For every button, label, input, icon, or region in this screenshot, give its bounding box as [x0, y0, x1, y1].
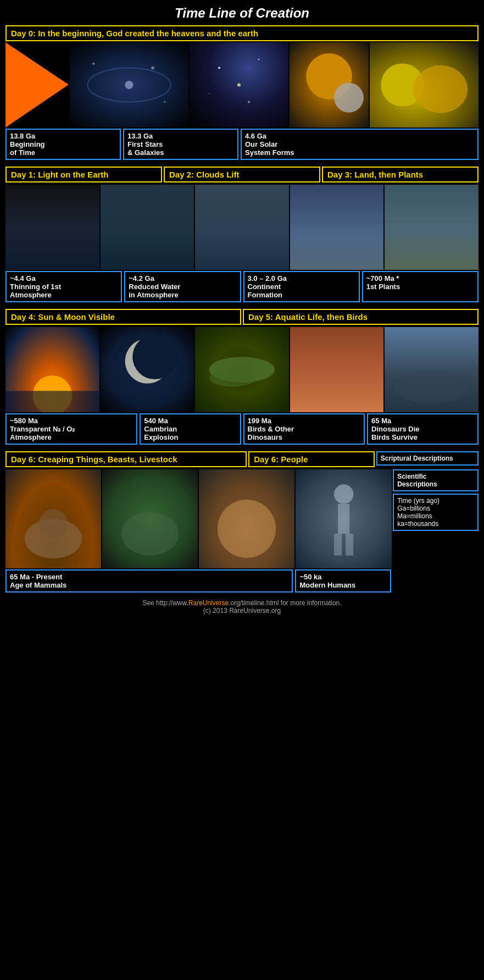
- section1-images: [5, 185, 479, 270]
- svg-rect-28: [334, 534, 342, 556]
- label-water-atm: ~4.2 Ga Reduced Waterin Atmosphere: [124, 271, 241, 302]
- day6a-banner: Day 6: Creaping Things, Beasts, Livestoc…: [5, 451, 247, 467]
- image-stars: [190, 42, 288, 128]
- side-right: ScientificDescriptions Time (yrs ago)Ga=…: [393, 469, 479, 568]
- section3-images-and-side: ScientificDescriptions Time (yrs ago)Ga=…: [5, 469, 479, 568]
- day0-banner: Day 0: In the beginning, God created the…: [5, 25, 479, 41]
- image-coast: [290, 185, 384, 270]
- svg-point-17: [132, 335, 177, 379]
- section-day45: Day 4: Sun & Moon Visible Day 5: Aquatic…: [5, 309, 479, 445]
- section0-labels: 13.8 Ga Beginningof Time 13.3 Ga First S…: [5, 129, 479, 160]
- footer-site: RareUniverse: [188, 599, 229, 607]
- image-bigbang: [5, 42, 69, 128]
- label-plants: ~700 Ma * 1st Plants: [362, 271, 479, 302]
- image-dinosaur: [290, 327, 384, 412]
- footer-copyright: (c) 2013 RareUniverse.org: [5, 607, 479, 614]
- page-title: Time Line of Creation: [5, 5, 479, 21]
- side-descriptions: Scriptural Descriptions: [376, 451, 479, 468]
- day123-banners: Day 1: Light on the Earth Day 2: Clouds …: [5, 167, 479, 184]
- label-mammals: 65 Ma - Present Age of Mammals: [5, 569, 293, 593]
- section3-left-labels: 65 Ma - Present Age of Mammals: [5, 569, 293, 593]
- section-day6: Day 6: Creaping Things, Beasts, Livestoc…: [5, 451, 479, 593]
- section2-images: [5, 327, 479, 412]
- image-shore: [385, 185, 479, 270]
- svg-rect-15: [5, 391, 99, 412]
- svg-point-19: [209, 370, 256, 387]
- section2-labels: ~580 Ma Transparent N₂ / O₂Atmosphere 54…: [5, 413, 479, 445]
- day6-banners-row: Day 6: Creaping Things, Beasts, Livestoc…: [5, 451, 479, 468]
- footer: See http://www.RareUniverse.org/timeline…: [5, 599, 479, 614]
- section3-right-labels: ~50 ka Modern Humans: [295, 569, 391, 593]
- svg-point-7: [258, 59, 260, 60]
- footer-link: See http://www.RareUniverse.org/timeline…: [5, 599, 479, 607]
- section3-left-images: [5, 469, 294, 568]
- image-human: [296, 469, 392, 568]
- svg-rect-27: [338, 504, 349, 534]
- label-birds-dino: 199 Ma Birds & OtherDinosaurs: [243, 413, 365, 445]
- label-solarsystem: 4.6 Ga Our SolarSystem Forms: [241, 129, 479, 160]
- svg-point-9: [209, 93, 210, 94]
- section3-side-spacer: [393, 569, 479, 593]
- section-day0: Day 0: In the beginning, God created the…: [5, 25, 479, 160]
- image-sunset: [5, 327, 99, 412]
- image-mammal-small: [5, 469, 101, 568]
- label-dino-die: 65 Ma Dinosaurs DieBirds Survive: [367, 413, 479, 445]
- image-planet-orange: [290, 42, 369, 128]
- image-galaxy1: [70, 42, 188, 128]
- svg-rect-29: [346, 534, 353, 556]
- scriptural-desc: Scriptural Descriptions: [376, 451, 479, 466]
- svg-point-8: [248, 101, 250, 103]
- section-day123: Day 1: Light on the Earth Day 2: Clouds …: [5, 167, 479, 302]
- svg-point-21: [394, 370, 469, 404]
- image-lion: [199, 469, 294, 568]
- label-continent: 3.0 – 2.0 Ga ContinentFormation: [243, 271, 360, 302]
- image-clouds: [195, 185, 289, 270]
- image-deer: [102, 469, 198, 568]
- image-dark-earth: [5, 185, 99, 270]
- day1-banner: Day 1: Light on the Earth: [5, 167, 162, 182]
- svg-point-1: [125, 81, 133, 89]
- svg-point-13: [413, 65, 468, 113]
- svg-point-24: [121, 512, 179, 555]
- day4-banner: Day 4: Sun & Moon Visible: [5, 309, 241, 325]
- day5-banner: Day 5: Aquatic Life, then Birds: [243, 309, 479, 325]
- image-pterosaur: [385, 327, 479, 412]
- svg-point-4: [164, 101, 166, 103]
- section3-bottom-labels: 65 Ma - Present Age of Mammals ~50 ka Mo…: [5, 569, 479, 593]
- image-moon: [101, 327, 194, 412]
- legend-box: Time (yrs ago)Ga=billionsMa=millionska=t…: [393, 494, 479, 531]
- svg-point-5: [218, 67, 220, 69]
- svg-point-25: [218, 500, 276, 558]
- svg-point-23: [38, 509, 68, 538]
- image-solar-system: [370, 42, 479, 128]
- day45-banners: Day 4: Sun & Moon Visible Day 5: Aquatic…: [5, 309, 479, 326]
- svg-point-11: [334, 83, 364, 113]
- section1-labels: ~4.4 Ga Thinning of 1stAtmosphere ~4.2 G…: [5, 271, 479, 302]
- label-firststars: 13.3 Ga First Stars& Galaxies: [123, 129, 238, 160]
- label-atmosphere1: ~4.4 Ga Thinning of 1stAtmosphere: [5, 271, 122, 302]
- svg-point-6: [237, 84, 241, 87]
- day2-banner: Day 2: Clouds Lift: [164, 167, 320, 182]
- day6b-banner: Day 6: People: [248, 451, 375, 467]
- label-modern-humans: ~50 ka Modern Humans: [295, 569, 391, 593]
- label-cambrian: 540 Ma CambrianExplosion: [140, 413, 241, 445]
- day3-banner: Day 3: Land, then Plants: [322, 167, 479, 182]
- svg-point-2: [92, 63, 94, 65]
- label-atm-n2o2: ~580 Ma Transparent N₂ / O₂Atmosphere: [5, 413, 137, 445]
- svg-point-26: [334, 484, 354, 504]
- svg-point-3: [151, 67, 154, 70]
- label-bigbang: 13.8 Ga Beginningof Time: [5, 129, 121, 160]
- image-fish: [195, 327, 289, 412]
- image-ocean: [101, 185, 194, 270]
- section0-images: [5, 42, 479, 128]
- scientific-desc: ScientificDescriptions: [393, 469, 479, 491]
